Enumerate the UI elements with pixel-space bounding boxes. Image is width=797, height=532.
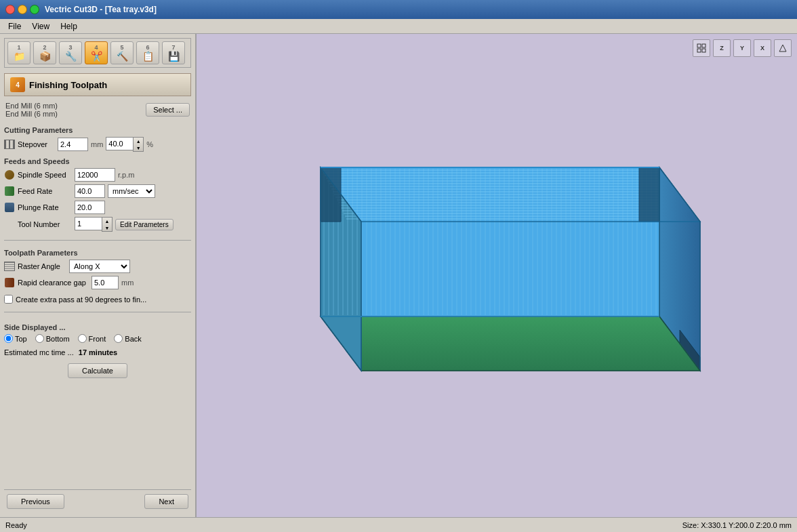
plunge-rate-row: Plunge Rate (4, 201, 191, 214)
section-header: 4 Finishing Toolpath (4, 73, 191, 96)
feed-rate-row: Feed Rate mm/sec mm/min in/sec in/min (4, 184, 191, 198)
menu-file[interactable]: File (3, 20, 26, 33)
stepover-pct-up[interactable]: ▲ (134, 138, 143, 144)
stepover-pct-group: ▲ ▼ (106, 137, 144, 152)
tool-number-arrows[interactable]: ▲ ▼ (102, 217, 113, 232)
tool-number-group: ▲ ▼ (75, 217, 113, 232)
wizard-step-1[interactable]: 1 📁 (7, 41, 30, 64)
svg-marker-100 (321, 167, 341, 222)
viewport-perspective-btn[interactable] (774, 39, 792, 57)
tool-number-down[interactable]: ▼ (102, 224, 112, 231)
window-controls[interactable] (5, 5, 39, 14)
radio-top[interactable]: Top (4, 334, 27, 343)
radio-bottom[interactable]: Bottom (35, 334, 70, 343)
svg-rect-2 (697, 49, 701, 52)
raster-angle-label: Raster Angle (18, 262, 66, 270)
spindle-speed-input[interactable] (75, 168, 115, 182)
stepover-mm-unit: mm (91, 140, 103, 148)
left-panel: 1 📁 2 📦 3 🔧 4 ✂️ 5 🔨 6 📋 (0, 34, 197, 517)
feed-rate-icon (4, 186, 15, 197)
status-bar: Ready Size: X:330.1 Y:200.0 Z:20.0 mm (0, 517, 797, 532)
raster-angle-row: Raster Angle Along X Along Y 45 degrees … (4, 260, 191, 273)
model-area (197, 34, 797, 517)
viewport-z-axis-btn[interactable]: Z (713, 39, 731, 57)
toolpath-params-label: Toolpath Parameters (4, 249, 191, 257)
menu-view[interactable]: View (26, 20, 55, 33)
radio-front[interactable]: Front (78, 334, 106, 343)
previous-button[interactable]: Previous (7, 494, 64, 509)
minimize-button[interactable] (18, 5, 27, 14)
radio-back[interactable]: Back (114, 334, 141, 343)
plunge-rate-icon (4, 202, 15, 213)
tool-info: End Mill (6 mm) End Mill (6 mm) Select .… (4, 102, 191, 118)
stepover-pct-down[interactable]: ▼ (134, 144, 143, 151)
spindle-icon (4, 169, 15, 180)
rapid-clearance-label: Rapid clearance gap (18, 279, 89, 287)
estimated-time-row: Estimated mc time ... 17 minutes (4, 348, 191, 356)
stepover-label: Stepover (18, 140, 55, 148)
tool-number-up[interactable]: ▲ (102, 218, 112, 224)
wizard-step-3[interactable]: 3 🔧 (59, 41, 82, 64)
next-button[interactable]: Next (144, 494, 188, 509)
wizard-step-6[interactable]: 6 📋 (136, 41, 159, 64)
extra-pass-checkbox[interactable] (4, 295, 13, 304)
tool-number-label: Tool Number (18, 220, 72, 228)
feed-rate-unit-select[interactable]: mm/sec mm/min in/sec in/min (108, 184, 155, 198)
wizard-step-4[interactable]: 4 ✂️ (85, 41, 108, 64)
side-display-section: Side Displayed ... Top Bottom Front Back (4, 321, 191, 346)
svg-rect-1 (702, 44, 706, 47)
stepover-row: Stepover mm ▲ ▼ % (4, 137, 191, 152)
edit-params-button[interactable]: Edit Parameters (115, 219, 173, 230)
menu-help[interactable]: Help (55, 20, 83, 33)
side-displayed-label: Side Displayed ... (4, 323, 191, 331)
feed-rate-label: Feed Rate (18, 187, 72, 195)
svg-marker-101 (639, 167, 659, 222)
wizard-step-5[interactable]: 5 🔨 (110, 41, 134, 64)
tool-number-input[interactable] (75, 217, 102, 230)
svg-marker-4 (779, 45, 786, 52)
section-title: Finishing Toolpath (29, 80, 107, 90)
status-left: Ready (5, 521, 27, 529)
tool-number-row: Tool Number ▲ ▼ Edit Parameters (4, 217, 191, 232)
rapid-clearance-unit: mm (121, 279, 134, 287)
section-icon: 4 (10, 77, 25, 92)
plunge-rate-label: Plunge Rate (18, 203, 72, 211)
svg-rect-3 (702, 49, 706, 52)
svg-rect-0 (697, 44, 701, 47)
feed-rate-input[interactable] (75, 184, 105, 198)
title-bar: Vectric Cut3D - [Tea tray.v3d] (0, 0, 797, 19)
calculate-button[interactable]: Calculate (68, 363, 127, 378)
viewport-x-axis-btn[interactable]: X (754, 39, 771, 57)
wizard-step-2[interactable]: 2 📦 (33, 41, 56, 64)
rapid-clearance-icon (4, 277, 15, 288)
tool-line1: End Mill (6 mm) (5, 102, 58, 110)
feeds-speeds-label: Feeds and Speeds (4, 157, 191, 165)
plunge-rate-input[interactable] (75, 201, 105, 214)
divider-1 (4, 240, 191, 241)
select-tool-button[interactable]: Select ... (146, 103, 190, 117)
viewport-toolbar: Z Y X (693, 39, 792, 57)
spindle-label: Spindle Speed (18, 171, 72, 179)
wizard-step-7[interactable]: 7 💾 (162, 41, 185, 64)
viewport-grid-btn[interactable] (693, 39, 710, 57)
tool-names: End Mill (6 mm) End Mill (6 mm) (5, 102, 58, 118)
main-layout: 1 📁 2 📦 3 🔧 4 ✂️ 5 🔨 6 📋 (0, 34, 797, 517)
raster-angle-select[interactable]: Along X Along Y 45 degrees Custom (69, 260, 130, 273)
spindle-row: Spindle Speed r.p.m (4, 168, 191, 182)
spindle-unit: r.p.m (118, 171, 134, 179)
viewport-y-axis-btn[interactable]: Y (733, 39, 751, 57)
stepover-mm-input[interactable] (58, 138, 88, 151)
side-radio-row: Top Bottom Front Back (4, 334, 191, 343)
rapid-clearance-input[interactable] (91, 276, 119, 289)
cutting-params-label: Cutting Parameters (4, 126, 191, 134)
window-title: Vectric Cut3D - [Tea tray.v3d] (45, 5, 157, 14)
nav-buttons: Previous Next (4, 489, 191, 513)
stepover-pct-arrows[interactable]: ▲ ▼ (133, 137, 144, 152)
stepover-pct-input[interactable] (106, 137, 133, 150)
close-button[interactable] (5, 5, 15, 14)
wizard-toolbar: 1 📁 2 📦 3 🔧 4 ✂️ 5 🔨 6 📋 (4, 38, 191, 68)
divider-2 (4, 312, 191, 312)
status-right: Size: X:330.1 Y:200.0 Z:20.0 mm (682, 521, 792, 529)
stepover-pct-unit: % (146, 140, 153, 148)
maximize-button[interactable] (30, 5, 39, 14)
